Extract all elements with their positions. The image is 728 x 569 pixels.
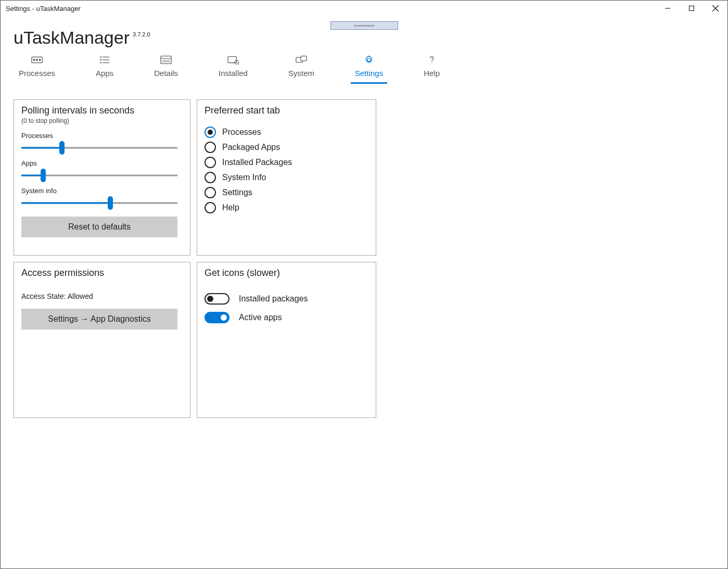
panel-title: Get icons (slower) xyxy=(205,268,368,279)
svg-rect-7 xyxy=(39,59,41,61)
tab-system[interactable]: System xyxy=(286,55,316,82)
slider-thumb[interactable] xyxy=(108,196,113,210)
panel-title: Preferred start tab xyxy=(205,105,368,116)
window-title: Settings - uTaskManager xyxy=(6,5,81,12)
toggle-installed-packages[interactable]: Installed packages xyxy=(205,293,368,305)
tab-apps[interactable]: Apps xyxy=(94,55,116,82)
tab-settings[interactable]: Settings xyxy=(353,55,385,82)
radio-label: Installed Packages xyxy=(222,158,292,167)
slider-apps[interactable] xyxy=(21,168,177,183)
svg-point-23 xyxy=(431,62,432,63)
radio-label: Packaged Apps xyxy=(222,143,280,152)
content-area: uTaskManager 3.7.2.0 Processes Apps Deta… xyxy=(1,16,727,568)
minimize-icon xyxy=(665,5,671,11)
help-icon xyxy=(426,55,438,65)
svg-rect-1 xyxy=(689,6,694,11)
reset-defaults-button[interactable]: Reset to defaults xyxy=(21,217,177,237)
radio-label: Processes xyxy=(222,128,261,137)
slider-thumb[interactable] xyxy=(41,169,46,182)
radio-option-packaged-apps[interactable]: Packaged Apps xyxy=(205,142,368,153)
svg-rect-5 xyxy=(33,59,35,61)
minimize-button[interactable] xyxy=(656,1,680,16)
tab-installed[interactable]: Installed xyxy=(216,55,250,82)
toggle-active-apps[interactable]: Active apps xyxy=(205,312,368,323)
radio-icon xyxy=(205,157,216,168)
close-button[interactable] xyxy=(704,1,727,16)
app-diagnostics-button[interactable]: Settings → App Diagnostics xyxy=(21,309,177,330)
tab-label: System xyxy=(288,69,314,78)
gear-icon xyxy=(363,55,375,65)
radio-option-settings[interactable]: Settings xyxy=(205,187,368,198)
panel-start-tab: Preferred start tab Processes Packaged A… xyxy=(197,99,376,256)
slider-label-apps: Apps xyxy=(21,159,183,167)
access-state-label: Access State: xyxy=(21,292,66,300)
panel-subtitle: (0 to stop polling) xyxy=(21,117,183,124)
tab-label: Processes xyxy=(19,69,55,78)
toggle-switch[interactable] xyxy=(205,293,229,305)
radio-icon xyxy=(205,172,216,183)
tab-label: Apps xyxy=(96,69,113,78)
icon-toggle-list: Installed packages Active apps xyxy=(205,293,368,323)
radio-label: Settings xyxy=(222,188,252,197)
radio-icon xyxy=(205,202,216,213)
app-name: uTaskManager xyxy=(14,28,130,48)
tab-label: Settings xyxy=(355,69,383,78)
close-icon xyxy=(712,5,719,12)
toggle-switch[interactable] xyxy=(205,312,229,323)
svg-rect-18 xyxy=(228,57,237,63)
access-state-value: Allowed xyxy=(68,292,93,300)
drag-handle[interactable] xyxy=(330,21,398,30)
radio-icon xyxy=(205,187,216,198)
tab-label: Help xyxy=(424,69,440,78)
slider-label-system: System info xyxy=(21,187,183,195)
installed-icon xyxy=(227,55,239,65)
radio-icon xyxy=(205,127,216,138)
radio-option-system-info[interactable]: System Info xyxy=(205,172,368,183)
tab-details[interactable]: Details xyxy=(152,55,180,82)
app-version: 3.7.2.0 xyxy=(133,31,150,37)
slider-thumb[interactable] xyxy=(59,141,65,155)
tab-bar: Processes Apps Details Installed System … xyxy=(14,55,714,82)
radio-label: Help xyxy=(222,203,239,212)
svg-line-20 xyxy=(238,64,239,65)
maximize-icon xyxy=(688,5,695,11)
tab-label: Details xyxy=(154,69,178,78)
svg-rect-14 xyxy=(161,56,171,64)
details-icon xyxy=(160,55,172,65)
panel-title: Polling intervals in seconds xyxy=(21,105,183,116)
svg-rect-22 xyxy=(301,56,306,61)
tab-help[interactable]: Help xyxy=(422,55,442,82)
toggle-label: Installed packages xyxy=(239,294,308,304)
panel-icons: Get icons (slower) Installed packages Ac… xyxy=(197,262,376,418)
processes-icon xyxy=(31,55,43,65)
svg-rect-6 xyxy=(36,59,38,61)
maximize-button[interactable] xyxy=(680,1,704,16)
radio-option-processes[interactable]: Processes xyxy=(205,127,368,138)
panel-title: Access permissions xyxy=(21,268,183,279)
radio-option-help[interactable]: Help xyxy=(205,202,368,213)
titlebar: Settings - uTaskManager xyxy=(1,1,727,16)
radio-option-installed-packages[interactable]: Installed Packages xyxy=(205,157,368,168)
tab-processes[interactable]: Processes xyxy=(17,55,57,82)
radio-icon xyxy=(205,142,216,153)
start-tab-radio-list: Processes Packaged Apps Installed Packag… xyxy=(205,127,368,213)
apps-icon xyxy=(99,55,110,65)
slider-label-processes: Processes xyxy=(21,132,183,140)
access-state-row: Access State: Allowed xyxy=(21,292,183,300)
toggle-label: Active apps xyxy=(239,313,282,322)
app-window: Settings - uTaskManager uTaskManager 3.7… xyxy=(0,0,728,569)
window-controls xyxy=(656,1,727,16)
tab-label: Installed xyxy=(219,69,248,78)
settings-panels: Polling intervals in seconds (0 to stop … xyxy=(14,99,714,418)
system-icon xyxy=(296,55,307,65)
radio-label: System Info xyxy=(222,173,266,182)
panel-polling: Polling intervals in seconds (0 to stop … xyxy=(14,99,190,256)
slider-processes[interactable] xyxy=(21,141,177,155)
panel-access: Access permissions Access State: Allowed… xyxy=(14,262,190,418)
slider-system[interactable] xyxy=(21,196,177,210)
app-header: uTaskManager 3.7.2.0 xyxy=(14,28,714,48)
